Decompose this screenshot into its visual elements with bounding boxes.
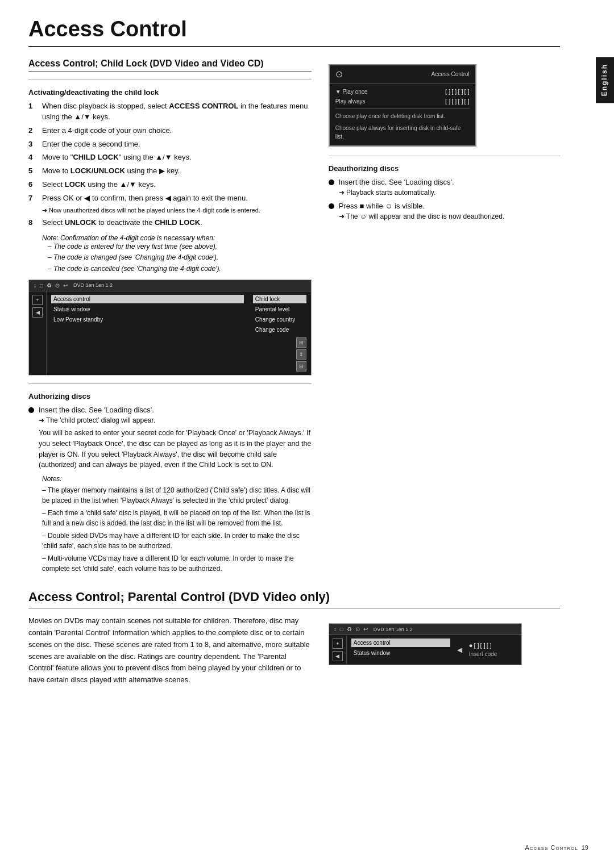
top-icon-arrow: ↕ bbox=[34, 282, 36, 289]
icon-back: ◀ bbox=[32, 307, 43, 318]
notes-label: Notes: bbox=[42, 475, 312, 483]
deauth-bullets: Insert the disc. See 'Loading discs'. ➜ … bbox=[329, 177, 560, 222]
col-left: Access Control; Child Lock (DVD Video an… bbox=[28, 59, 312, 576]
parental-icon-back: ↩ bbox=[363, 626, 368, 632]
parental-left: + ◀ bbox=[329, 635, 347, 665]
screen-body-1: + ◀ Access control Status window Low Pow… bbox=[29, 291, 311, 375]
icon-minus-box: ⊟ bbox=[296, 361, 306, 372]
footer-label: Access Control bbox=[525, 844, 578, 851]
parental-icon-recycle: ♻ bbox=[347, 626, 352, 632]
menu-status-window: Status window bbox=[51, 305, 244, 314]
section2-left: Movies on DVDs may contain scenes not su… bbox=[28, 615, 312, 686]
subsection-authorizing-label: Authorizing discs bbox=[28, 392, 90, 400]
top-icon-box: □ bbox=[40, 282, 43, 289]
parental-submenu-arrow: ◀ bbox=[457, 646, 462, 654]
step-5: 5 Move to LOCK/UNLOCK using the ▶ key. bbox=[28, 166, 312, 177]
step-8-num: 8 bbox=[28, 218, 38, 228]
step-7-note-text: Now unauthorized discs will not be playe… bbox=[49, 207, 260, 214]
page-number: 19 bbox=[582, 844, 588, 851]
parental-screen: ↕ □ ♻ ⊙ ↩ DVD 1en 1en 1 2 + ◀ bbox=[329, 623, 522, 665]
deauth-bullet-1-text: Press ■ while ☺ is visible. bbox=[339, 201, 560, 212]
step-3-num: 3 bbox=[28, 139, 38, 150]
subsection-authorizing: Authorizing discs bbox=[28, 392, 312, 400]
step-3: 3 Enter the code a second time. bbox=[28, 139, 312, 150]
deauth-bullet-0-content: Insert the disc. See 'Loading discs'. ➜ … bbox=[339, 177, 560, 198]
page-title: Access Control bbox=[28, 17, 560, 47]
top-label-dvd: DVD 1en 1en 1 2 bbox=[73, 282, 113, 288]
screen-mock-1: ↕ □ ♻ ⊙ ↩ DVD 1en 1en 1 2 + ◀ Acc bbox=[28, 279, 312, 375]
auth-bullets: Insert the disc. See 'Loading discs'. ➜ … bbox=[28, 405, 312, 470]
deauth-bullet-1-content: Press ■ while ☺ is visible. ➜ The ☺ will… bbox=[339, 201, 560, 222]
col-right: ⊙ Access Control ▼ Play once [ ] [ ] [ ]… bbox=[329, 59, 560, 576]
note-item-auth-3: Multi-volume VCDs may have a different I… bbox=[42, 553, 312, 574]
step-1-text: When disc playback is stopped, select AC… bbox=[42, 101, 312, 123]
deauth-dot-0 bbox=[329, 180, 334, 185]
locked-row-2: Play always [ ] [ ] [ ] [ ] bbox=[335, 98, 470, 105]
parental-brackets: ● [ ] [ ] [ ] bbox=[469, 642, 517, 649]
locked-header: ⊙ Access Control bbox=[330, 65, 475, 84]
bullet-dot-0 bbox=[28, 407, 34, 413]
step-2: 2 Enter a 4-digit code of your own choic… bbox=[28, 126, 312, 136]
screen-left-icons-1: + ◀ bbox=[29, 291, 47, 375]
locked-text-1: Choose play once for deleting disk from … bbox=[335, 108, 470, 120]
note-item-auth-1: Each time a 'child safe' disc is played,… bbox=[42, 508, 312, 528]
menu-low-power: Low Power standby bbox=[51, 315, 244, 324]
step-7-arrow-note: Now unauthorized discs will not be playe… bbox=[42, 207, 312, 214]
locked-row-2-label: Play always bbox=[335, 98, 366, 105]
insert-code-label: Insert code bbox=[469, 651, 517, 657]
submenu-change-country: Change country bbox=[253, 315, 306, 324]
step-5-num: 5 bbox=[28, 166, 38, 177]
locked-text-2-content: Choose play always for inserting disk in… bbox=[335, 124, 470, 141]
auth-bullet-0-sub: ➜ The 'child protect' dialog will appear… bbox=[39, 416, 312, 425]
auth-bullet-0-text: Insert the disc. See 'Loading discs'. bbox=[39, 405, 312, 416]
step-4: 4 Move to "CHILD LOCK" using the ▲/▼ key… bbox=[28, 152, 312, 163]
step-7-text: Press OK or ◀ to confirm, then press ◀ a… bbox=[42, 193, 248, 204]
note-item-2: The code is cancelled (see 'Changing the… bbox=[48, 264, 312, 274]
section1-heading: Access Control; Child Lock (DVD Video an… bbox=[28, 59, 312, 72]
icon-plus: + bbox=[32, 295, 43, 305]
notes-items: The player memory maintains a list of 12… bbox=[42, 485, 312, 574]
page-content: Access Control Access Control; Child Loc… bbox=[0, 0, 614, 720]
step-6-text: Select LOCK using the ▲/▼ keys. bbox=[42, 180, 156, 190]
step-4-num: 4 bbox=[28, 152, 38, 163]
note-item-0: The code is entered for the very first t… bbox=[48, 242, 312, 252]
parental-arrow-col: ◀ bbox=[455, 635, 464, 665]
step-6: 6 Select LOCK using the ▲/▼ keys. bbox=[28, 180, 312, 190]
page-wrapper: English Access Control Access Control; C… bbox=[0, 0, 614, 868]
steps-list-cont: 8 Select UNLOCK to deactivate the CHILD … bbox=[28, 218, 312, 228]
step-8-text: Select UNLOCK to deactivate the CHILD LO… bbox=[42, 218, 202, 228]
bracket-group-1: [ ] [ ] [ ] [ ] bbox=[445, 88, 470, 95]
side-tab-label: English bbox=[600, 64, 608, 96]
section1-layout: Access Control; Child Lock (DVD Video an… bbox=[28, 59, 560, 576]
divider-deauth bbox=[329, 156, 560, 156]
step-2-num: 2 bbox=[28, 126, 38, 136]
icon-updown: ⇕ bbox=[296, 349, 306, 360]
parental-body: + ◀ Access control Status window ◀ bbox=[329, 635, 521, 665]
section2-heading: Access Control; Parental Control (DVD Vi… bbox=[28, 590, 560, 608]
note-item-1: The code is changed (see 'Changing the 4… bbox=[48, 253, 312, 262]
locked-icon: ⊙ bbox=[335, 69, 343, 80]
auth-bullet-0-content: Insert the disc. See 'Loading discs'. ➜ … bbox=[39, 405, 312, 470]
note-label: Note: Confirmation of the 4-digit code i… bbox=[42, 234, 215, 242]
note-block: Note: Confirmation of the 4-digit code i… bbox=[42, 234, 312, 274]
right-icons-group: ⊞ ⇕ ⊟ bbox=[253, 337, 306, 372]
section2-right: ↕ □ ♻ ⊙ ↩ DVD 1en 1en 1 2 + ◀ bbox=[329, 615, 560, 686]
arrow-icon bbox=[42, 207, 49, 214]
deauth-bullet-0: Insert the disc. See 'Loading discs'. ➜ … bbox=[329, 177, 560, 198]
locked-row-1-label: ▼ Play once bbox=[335, 89, 368, 95]
locked-header-label: Access Control bbox=[432, 71, 470, 77]
divider1 bbox=[28, 80, 312, 80]
locked-text-2: Choose play always for inserting disk in… bbox=[335, 124, 470, 141]
parental-icon-plus: + bbox=[333, 639, 343, 649]
subsection-deauthorizing: Deauthorizing discs bbox=[329, 164, 560, 173]
menu-access-control: Access control bbox=[51, 295, 244, 303]
parental-top-bar: ↕ □ ♻ ⊙ ↩ DVD 1en 1en 1 2 bbox=[329, 624, 521, 635]
step-8: 8 Select UNLOCK to deactivate the CHILD … bbox=[28, 218, 312, 228]
parental-menu-status-window: Status window bbox=[351, 649, 450, 657]
parental-icon-circle: ⊙ bbox=[355, 626, 360, 632]
steps-list: 1 When disc playback is stopped, select … bbox=[28, 101, 312, 204]
top-icon-circle: ⊙ bbox=[55, 282, 60, 289]
submenu-parental-level: Parental level bbox=[253, 305, 306, 314]
deauth-bullet-1-sub: ➜ The ☺ will appear and the disc is now … bbox=[339, 212, 560, 222]
step-5-text: Move to LOCK/UNLOCK using the ▶ key. bbox=[42, 166, 180, 177]
